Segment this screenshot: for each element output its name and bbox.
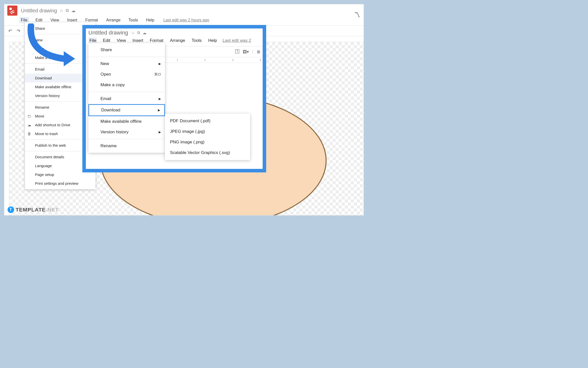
overlay-title-bar: Untitled drawing ☆ ⧉ ☁ (86, 28, 263, 37)
ruler-vertical (4, 42, 9, 215)
watermark-text-2: .NET (46, 207, 59, 213)
cloud-status-icon[interactable]: ☁ (143, 30, 147, 35)
ov-menu-help[interactable]: Help (207, 38, 218, 44)
ov-file-make-copy[interactable]: Make a copy (88, 80, 165, 90)
ov-file-open[interactable]: Open⌘O (88, 69, 165, 80)
star-icon[interactable]: ☆ (59, 8, 63, 13)
drawings-logo-icon (7, 6, 17, 16)
overlay-doc-title[interactable]: Untitled drawing (88, 29, 128, 36)
move-to-folder-icon[interactable]: ⧉ (137, 30, 140, 35)
activity-icon[interactable]: 〽 (354, 11, 360, 18)
overlay-file-menu: Share New▶ Open⌘O Make a copy Email▶ Dow… (88, 43, 165, 153)
move-to-folder-icon[interactable]: ⧉ (66, 8, 69, 13)
watermark-text-1: TEMPLATE (16, 207, 46, 213)
menu-arrange[interactable]: Arrange (105, 17, 122, 23)
ov-menu-format[interactable]: Format (149, 38, 164, 44)
ov-menu-tools[interactable]: Tools (191, 38, 203, 44)
cloud-status-icon[interactable]: ☁ (71, 8, 76, 13)
ov-menu-file[interactable]: File (88, 38, 97, 44)
ov-file-new[interactable]: New▶ (88, 58, 165, 69)
trash-icon: 🗑 (27, 132, 31, 136)
image-icon[interactable]: 🖼▾ (243, 49, 249, 54)
shortcut-icon: ☁ (27, 123, 31, 127)
watermark-logo-icon: T (8, 206, 14, 213)
file-print[interactable]: Print settings and preview (25, 179, 95, 188)
ov-menu-view[interactable]: View (116, 38, 127, 44)
last-edit-link[interactable]: Last edit was 2 hours ago (163, 18, 209, 22)
menu-help[interactable]: Help (145, 17, 156, 23)
ov-file-download[interactable]: Download▶ (88, 104, 165, 116)
ov-file-email[interactable]: Email▶ (88, 94, 165, 104)
ov-menu-insert[interactable]: Insert (131, 38, 144, 44)
callout-arrow-icon (26, 23, 76, 69)
redo-icon[interactable]: ↷ (16, 27, 21, 35)
overlay-last-edit[interactable]: Last edit was 2 (223, 38, 251, 43)
app-frame: Untitled drawing ☆ ⧉ ☁ 〽 File Edit View … (4, 4, 364, 216)
ov-file-share[interactable]: Share (88, 45, 165, 55)
ov-menu-edit[interactable]: Edit (102, 38, 111, 44)
star-icon[interactable]: ☆ (131, 30, 135, 35)
download-pdf[interactable]: PDF Document (.pdf) (165, 116, 250, 126)
menu-tools[interactable]: Tools (127, 17, 139, 23)
ov-menu-arrange[interactable]: Arrange (169, 38, 186, 44)
folder-move-icon: 🗀 (27, 114, 31, 118)
textbox-icon[interactable]: 🅃 (235, 49, 239, 54)
download-svg[interactable]: Scalable Vector Graphics (.svg) (165, 147, 250, 158)
download-submenu: PDF Document (.pdf) JPEG image (.jpg) PN… (165, 114, 250, 160)
svg-marker-0 (64, 51, 75, 66)
document-title[interactable]: Untitled drawing (21, 8, 57, 14)
download-png[interactable]: PNG image (.png) (165, 137, 250, 147)
watermark: T TEMPLATE.NET (8, 206, 59, 213)
title-bar: Untitled drawing ☆ ⧉ ☁ 〽 (4, 4, 364, 15)
undo-icon[interactable]: ↶ (7, 27, 13, 35)
title-icons: ☆ ⧉ ☁ (59, 8, 76, 13)
overlay-title-icons: ☆ ⧉ ☁ (131, 30, 147, 35)
comment-icon[interactable]: ⊞ (257, 49, 260, 54)
ov-file-offline[interactable]: Make available offline (88, 116, 165, 127)
ov-file-rename[interactable]: Rename (88, 141, 165, 151)
download-jpg[interactable]: JPEG image (.jpg) (165, 126, 250, 137)
ov-file-version[interactable]: Version history▶ (88, 127, 165, 137)
zoom-overlay: Untitled drawing ☆ ⧉ ☁ File Edit View In… (82, 25, 266, 172)
